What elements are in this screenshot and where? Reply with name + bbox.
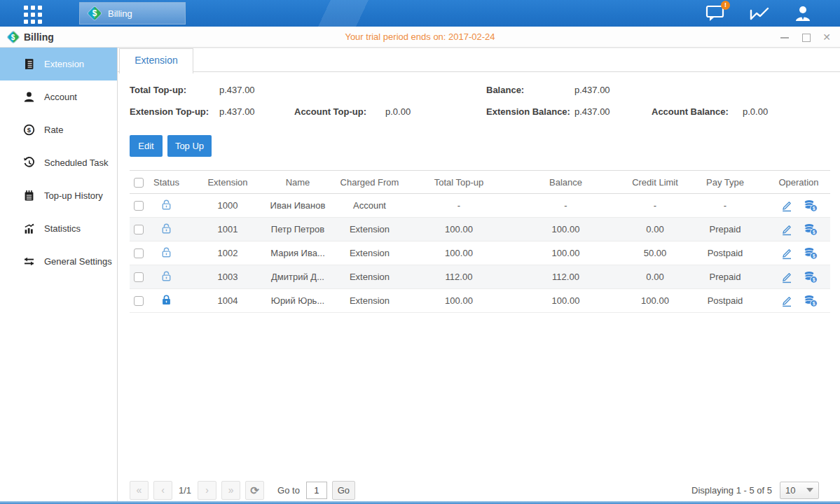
tab-strip: Extension: [118, 48, 840, 72]
table-row: 1000 Иван Иванов Account - - - -: [130, 194, 830, 218]
top-up-button[interactable]: Top Up: [167, 135, 212, 157]
total-topup: -: [413, 194, 504, 218]
sidebar-item-label: Account: [44, 92, 77, 102]
row-checkbox[interactable]: [134, 225, 144, 234]
top-up-coins-icon[interactable]: $: [804, 200, 818, 212]
select-all-checkbox[interactable]: [134, 178, 144, 188]
edit-pencil-icon[interactable]: [780, 247, 793, 260]
minimize-button[interactable]: [780, 32, 790, 42]
extension-balance-label: Extension Balance:: [486, 106, 570, 117]
balance-label: Balance:: [486, 85, 524, 95]
person-icon: [23, 91, 35, 103]
tab-extension[interactable]: Extension: [119, 48, 193, 74]
extension-number: 1000: [186, 194, 270, 218]
refresh-icon[interactable]: ⟳: [245, 481, 264, 500]
window-title: Billing: [24, 31, 54, 43]
table-row: 1002 Мария Ива... Extension 100.00 100.0…: [130, 241, 830, 265]
sidebar-item-statistics[interactable]: Statistics: [0, 212, 117, 245]
go-button[interactable]: Go: [332, 481, 355, 500]
notifications-chat-icon[interactable]: !: [705, 5, 725, 22]
statistics-trend-icon[interactable]: [749, 5, 770, 22]
edit-pencil-icon[interactable]: [780, 200, 793, 212]
sidebar-item-topup-history[interactable]: Top-up History: [0, 179, 117, 212]
col-total-topup: Total Top-up: [413, 171, 504, 194]
balance: -: [504, 194, 627, 218]
svg-text:$: $: [27, 126, 32, 134]
charged-from: Extension: [326, 241, 413, 265]
col-credit-limit: Credit Limit: [627, 171, 683, 194]
extension-number: 1002: [186, 241, 270, 265]
top-up-coins-icon[interactable]: $: [804, 295, 818, 307]
sidebar-item-label: Scheduled Task: [44, 158, 109, 168]
balance-value: p.437.00: [574, 85, 610, 95]
first-page-button[interactable]: «: [130, 481, 149, 500]
row-checkbox[interactable]: [134, 248, 144, 258]
account-balance-label: Account Balance:: [652, 106, 729, 117]
account-balance-value: p.0.00: [743, 106, 768, 117]
taskbar-app-tab-billing[interactable]: $ Billing: [79, 2, 186, 24]
edit-pencil-icon[interactable]: [780, 223, 793, 236]
row-checkbox[interactable]: [134, 272, 144, 282]
extension-balance-value: p.437.00: [574, 106, 610, 117]
page-size-value: 10: [785, 485, 806, 496]
goto-label: Go to: [277, 485, 300, 496]
sidebar-item-scheduled-task[interactable]: Scheduled Task: [0, 146, 117, 179]
balance: 100.00: [504, 289, 627, 313]
goto-page-input[interactable]: [306, 482, 327, 499]
notepad-icon: [23, 190, 35, 202]
col-extension: Extension: [186, 171, 270, 194]
user-account-icon[interactable]: [794, 5, 812, 22]
close-button[interactable]: ✕: [822, 32, 832, 42]
table-row: 1001 Петр Петров Extension 100.00 100.00…: [130, 218, 830, 241]
extension-number: 1004: [186, 289, 270, 313]
displaying-status: Displaying 1 - 5 of 5: [691, 485, 772, 496]
ledger-icon: [23, 58, 35, 70]
total-topup: 112.00: [413, 265, 504, 289]
pay-type: Postpaid: [683, 241, 767, 265]
top-up-coins-icon[interactable]: $: [804, 247, 818, 260]
chevron-down-icon: [806, 488, 813, 492]
extension-name: Мария Ива...: [270, 241, 326, 265]
top-up-coins-icon[interactable]: $: [804, 271, 818, 284]
col-pay-type: Pay Type: [683, 171, 767, 194]
svg-text:$: $: [812, 205, 815, 211]
app-launcher-grid-icon[interactable]: [24, 6, 50, 21]
sidebar-item-account[interactable]: Account: [0, 80, 117, 113]
account-topup-label: Account Top-up:: [294, 106, 366, 117]
sidebar: Extension Account $ Rate Scheduled Task: [0, 48, 118, 504]
sidebar-item-label: Statistics: [44, 223, 81, 234]
col-name: Name: [270, 171, 326, 194]
table-row: 1003 Дмитрий Д... Extension 112.00 112.0…: [130, 265, 830, 289]
edit-pencil-icon[interactable]: [780, 271, 793, 284]
prev-page-button[interactable]: ‹: [153, 481, 172, 500]
credit-limit: 100.00: [627, 289, 683, 313]
taskbar-app-tab-label: Billing: [108, 8, 132, 19]
row-checkbox[interactable]: [134, 296, 144, 306]
page-indicator: 1/1: [179, 485, 191, 496]
sidebar-item-general-settings[interactable]: General Settings: [0, 245, 117, 278]
svg-text:$: $: [812, 276, 815, 282]
sidebar-item-rate[interactable]: $ Rate: [0, 113, 117, 146]
next-page-button[interactable]: ›: [198, 481, 216, 500]
charged-from: Account: [326, 194, 413, 218]
sidebar-item-extension[interactable]: Extension: [0, 48, 117, 80]
sidebar-item-label: Rate: [44, 125, 63, 135]
total-topup: 100.00: [413, 218, 504, 241]
extension-name: Иван Иванов: [270, 194, 326, 218]
edit-button[interactable]: Edit: [130, 135, 163, 157]
balance: 112.00: [504, 265, 627, 289]
extension-name: Юрий Юрь...: [270, 289, 326, 313]
history-clock-icon: [23, 157, 35, 169]
edit-pencil-icon[interactable]: [780, 295, 793, 307]
last-page-button[interactable]: »: [221, 481, 240, 500]
pay-type: Prepaid: [683, 218, 767, 241]
maximize-button[interactable]: [801, 32, 811, 42]
credit-limit: 0.00: [627, 218, 683, 241]
balance: 100.00: [504, 218, 627, 241]
page-size-select[interactable]: 10: [780, 482, 819, 499]
row-checkbox[interactable]: [134, 201, 144, 211]
table-row: 1004 Юрий Юрь... Extension 100.00 100.00…: [130, 289, 830, 313]
pay-type: Postpaid: [683, 289, 767, 313]
top-up-coins-icon[interactable]: $: [804, 223, 818, 236]
lock-closed-icon: [160, 294, 172, 306]
